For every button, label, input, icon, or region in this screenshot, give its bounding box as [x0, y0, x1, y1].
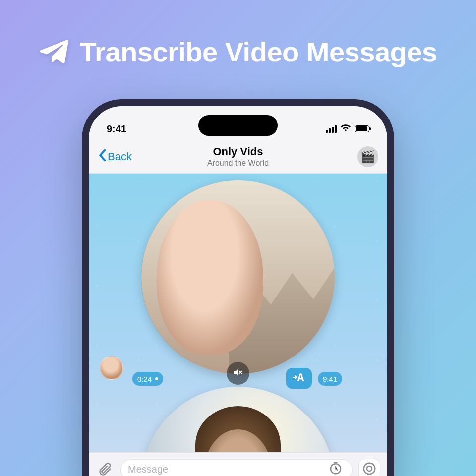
attach-button[interactable] [96, 460, 115, 476]
message-input[interactable]: Message [120, 459, 353, 476]
chat-title[interactable]: Only Vids [89, 145, 387, 158]
camera-shutter-icon [362, 461, 377, 476]
promo-canvas: Transcribe Video Messages 9:41 [0, 0, 476, 476]
message-composer: Message [89, 452, 387, 476]
dynamic-island [198, 115, 278, 136]
chat-avatar[interactable]: 🎬 [357, 146, 378, 167]
speaker-muted-icon [232, 366, 244, 380]
transcribe-icon [292, 371, 306, 385]
chat-subtitle: Around the World [89, 159, 387, 168]
timestamp-badge: 9:41 [318, 372, 342, 386]
video-message[interactable] [141, 180, 335, 374]
sender-avatar[interactable] [100, 356, 123, 380]
svg-point-1 [364, 463, 375, 474]
status-time: 9:41 [107, 123, 126, 135]
status-indicators [326, 123, 369, 135]
chevron-left-icon [98, 149, 107, 165]
back-label: Back [108, 150, 132, 163]
paperclip-icon [98, 461, 113, 476]
phone-screen: 9:41 Back Only Vids [89, 106, 387, 476]
cellular-icon [326, 125, 337, 133]
banner: Transcribe Video Messages [0, 36, 476, 68]
banner-title: Transcribe Video Messages [79, 36, 437, 68]
message-placeholder: Message [128, 464, 168, 475]
back-button[interactable]: Back [98, 149, 132, 165]
telegram-icon [39, 36, 68, 68]
transcribe-button[interactable] [286, 368, 312, 389]
wifi-icon [341, 123, 351, 135]
chat-area[interactable]: 0:24 9:41 S [89, 174, 387, 452]
duration-text: 0:24 [137, 375, 152, 383]
battery-icon [355, 125, 369, 132]
video-message[interactable] [141, 387, 335, 452]
timestamp-text: 9:41 [323, 375, 337, 383]
mute-button[interactable] [227, 362, 249, 385]
sticker-button[interactable] [326, 460, 345, 476]
duration-badge: 0:24 [132, 372, 163, 386]
chat-header: Back Only Vids Around the World 🎬 [89, 140, 387, 174]
phone-frame: 9:41 Back Only Vids [82, 99, 394, 476]
voice-record-button[interactable] [358, 459, 380, 476]
timer-icon [328, 461, 343, 476]
svg-point-2 [367, 466, 372, 471]
